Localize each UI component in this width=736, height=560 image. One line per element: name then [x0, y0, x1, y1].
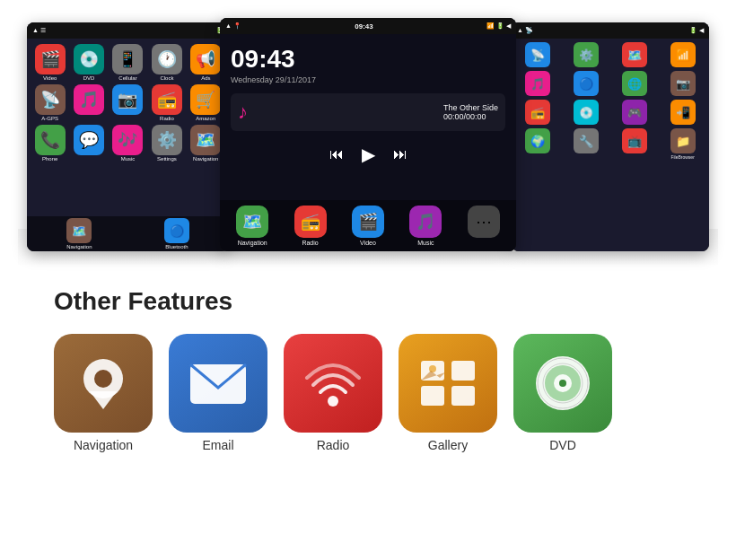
- list-item: 📺: [612, 128, 658, 160]
- features-title: Other Features: [54, 287, 682, 316]
- list-item: 📷: [660, 71, 705, 97]
- screen-left: ▲ ☰ 🔋 🎬Video 💿DVD 📱Cellular 🕐Clock 📢Ads …: [27, 22, 229, 251]
- gallery-grid-icon: [416, 356, 479, 410]
- dock-radio-label: Radio: [302, 240, 318, 246]
- dock-item-radio: 📻 Radio: [294, 206, 327, 246]
- gallery-label: Gallery: [428, 438, 468, 452]
- list-item: 📷: [110, 84, 145, 121]
- dock-item-more: ⋯: [468, 206, 500, 246]
- radio-label: Radio: [317, 438, 350, 452]
- screenshot-group: ▲ ☰ 🔋 🎬Video 💿DVD 📱Cellular 🕐Clock 📢Ads …: [18, 13, 718, 265]
- svg-point-14: [559, 380, 566, 387]
- app-icon: 🎬: [35, 44, 66, 74]
- app-icon: 🗺️: [190, 125, 221, 155]
- svg-marker-2: [90, 391, 117, 409]
- app-icon: 💬: [74, 125, 104, 155]
- music-player: 09:43 Wednesday 29/11/2017 ♪ The Other S…: [220, 34, 516, 172]
- list-item: 💬: [71, 125, 106, 162]
- bottom-dock-left: 🗺️Navigation 🔵Bluetooth: [27, 216, 229, 251]
- svg-rect-6: [451, 361, 475, 381]
- status-icons-center: 📶 🔋 ◀: [486, 22, 511, 30]
- app-icon: 📺: [622, 128, 647, 153]
- player-date: Wednesday 29/11/2017: [231, 75, 505, 84]
- list-item: 📡A-GPS: [32, 84, 67, 121]
- app-icon: 🌍: [525, 128, 550, 153]
- svg-point-1: [94, 370, 112, 388]
- screenshots-section: ▲ ☰ 🔋 🎬Video 💿DVD 📱Cellular 🕐Clock 📢Ads …: [0, 0, 736, 269]
- app-icon: 🔵: [574, 71, 599, 96]
- app-icon: 🎮: [622, 100, 647, 125]
- list-item: 🗺️: [612, 42, 658, 68]
- features-grid: Navigation Email Radio: [54, 334, 682, 452]
- screen-center: ▲ 📍 09:43 📶 🔋 ◀ 09:43 Wednesday 29/11/20…: [220, 18, 516, 251]
- app-icon: 📷: [670, 71, 696, 96]
- list-item: 🌍: [515, 128, 561, 160]
- dock-item: 🔵Bluetooth: [164, 218, 189, 249]
- list-item: ⚙️Settings: [149, 125, 184, 162]
- app-icon: 📲: [670, 100, 696, 125]
- feature-card-navigation: Navigation: [54, 334, 153, 452]
- song-title: The Other Side: [443, 103, 498, 112]
- prev-button[interactable]: ⏮: [329, 146, 344, 162]
- feature-card-email: Email: [169, 334, 267, 452]
- app-grid-right: 📡 ⚙️ 🗺️ 📶 🎵 🔵 🌐 📷 📻 💿 🎮 📲 🌍 🔧 📺 📁Fi: [512, 39, 709, 163]
- list-item: 📁FileBrowser: [660, 128, 705, 160]
- dvd-label: DVD: [549, 438, 576, 452]
- status-time-center: 09:43: [355, 22, 372, 31]
- app-icon: 💿: [74, 44, 104, 74]
- svg-rect-7: [421, 386, 444, 406]
- app-icon: 🎵: [74, 84, 104, 115]
- navigation-label: Navigation: [74, 438, 133, 452]
- list-item: 📶: [660, 42, 705, 68]
- app-icon: 📞: [35, 125, 66, 155]
- app-icon: 📻: [525, 100, 550, 125]
- gallery-icon-wrapper: [399, 334, 497, 433]
- status-right-right: 🔋 ◀: [689, 27, 704, 34]
- dock-item: 🗺️Navigation: [66, 218, 92, 249]
- navigation-pin-icon: [76, 354, 130, 413]
- app-icon: 🔧: [574, 128, 599, 153]
- dock-more-icon: ⋯: [468, 206, 500, 238]
- status-bar-left: ▲ ☰ 🔋: [27, 22, 229, 39]
- dock-video-label: Video: [360, 240, 376, 246]
- status-time-left: ▲ ☰: [32, 27, 46, 34]
- app-icon: 📶: [670, 42, 696, 67]
- app-icon: 📁: [670, 128, 696, 153]
- list-item: 🎵: [515, 71, 561, 97]
- features-section: Other Features Navigation Email: [0, 269, 736, 461]
- list-item: 🔧: [564, 128, 609, 160]
- play-button[interactable]: ▶: [362, 144, 375, 165]
- dock-music-label: Music: [417, 240, 434, 246]
- list-item: 🕐Clock: [149, 44, 184, 81]
- feature-card-dvd: DVD: [513, 334, 612, 452]
- status-bar-center: ▲ 📍 09:43 📶 🔋 ◀: [220, 18, 516, 34]
- app-icon: ⚙️: [152, 125, 182, 155]
- app-icon: 🛒: [190, 84, 221, 115]
- song-area: ♪ The Other Side 00:00/00:00: [231, 93, 505, 131]
- list-item: 🎮: [612, 100, 658, 126]
- list-item: 📢Ads: [188, 44, 223, 81]
- player-controls: ⏮ ▶ ⏭: [231, 144, 505, 165]
- dock-icon: 🔵: [164, 218, 189, 243]
- list-item: 🌐: [612, 71, 658, 97]
- list-item: 💿: [564, 100, 609, 126]
- next-button[interactable]: ⏭: [393, 146, 407, 162]
- feature-card-gallery: Gallery: [399, 334, 497, 452]
- app-icon: 📢: [190, 44, 221, 74]
- status-bar-right: ▲ 📡 🔋 ◀: [512, 22, 709, 39]
- svg-point-4: [328, 396, 338, 407]
- app-icon: ⚙️: [574, 42, 599, 67]
- dock-nav-label: Navigation: [238, 240, 267, 246]
- list-item: 💿DVD: [71, 44, 106, 81]
- feature-card-radio: Radio: [284, 334, 382, 452]
- app-icon: 💿: [574, 100, 599, 125]
- list-item: 🗺️Navigation: [188, 125, 223, 162]
- list-item: 📡: [515, 42, 561, 68]
- dock-item-music: 🎵 Music: [409, 206, 442, 246]
- dock-item-nav: 🗺️ Navigation: [236, 206, 268, 246]
- list-item: ⚙️: [564, 42, 609, 68]
- app-icon: 📷: [112, 84, 143, 115]
- list-item: 📲: [660, 100, 705, 126]
- email-icon-wrapper: [169, 334, 267, 433]
- list-item: 🎵: [71, 84, 106, 121]
